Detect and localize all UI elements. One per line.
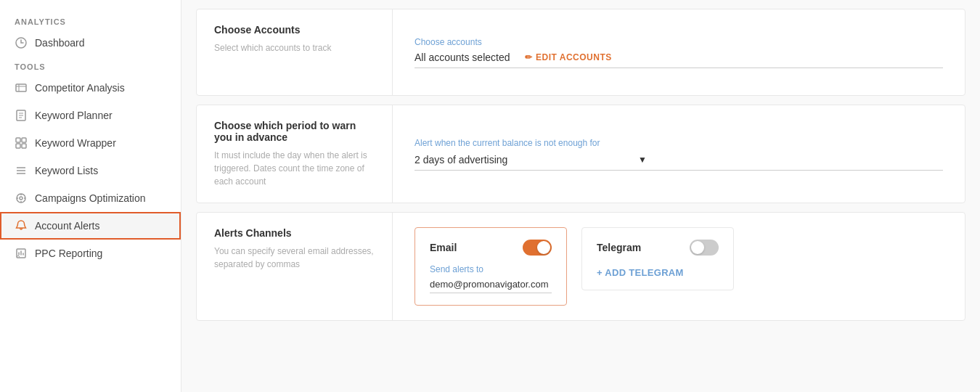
- alerts-channels-title: Alerts Channels: [214, 227, 375, 239]
- email-toggle[interactable]: [523, 240, 552, 256]
- sidebar-item-keyword-wrapper-label: Keyword Wrapper: [35, 137, 116, 149]
- keyword-lists-icon: [15, 164, 28, 177]
- keyword-wrapper-icon: [15, 136, 28, 150]
- choose-accounts-title: Choose Accounts: [214, 24, 375, 36]
- svg-rect-8: [16, 138, 20, 142]
- dashboard-icon: [15, 36, 28, 49]
- email-channel-header: Email: [430, 240, 552, 256]
- sidebar-item-ppc-reporting-label: PPC Reporting: [35, 248, 102, 259]
- svg-rect-11: [22, 144, 26, 148]
- alert-label: Alert when the current balance is not en…: [415, 138, 943, 148]
- keyword-planner-icon: [15, 109, 28, 122]
- send-alerts-label: Send alerts to: [430, 264, 552, 274]
- choose-accounts-section: Choose Accounts Select which accounts to…: [196, 9, 965, 96]
- accounts-label: Choose accounts: [415, 37, 943, 47]
- svg-rect-1: [16, 84, 26, 91]
- period-select[interactable]: 1 day of advertising 2 days of advertisi…: [415, 154, 632, 166]
- email-channel-name: Email: [430, 242, 457, 253]
- analytics-section-title: ANALYTICS: [0, 12, 181, 29]
- sidebar-item-dashboard[interactable]: Dashboard: [0, 29, 181, 57]
- choose-period-title: Choose which period to warn you in advan…: [214, 120, 375, 143]
- sidebar-item-competitor-analysis-label: Competitor Analysis: [35, 82, 125, 94]
- telegram-channel-box: Telegram + ADD TELEGRAM: [581, 227, 734, 290]
- accounts-value: All accounts selected: [415, 52, 510, 63]
- sidebar-item-keyword-planner[interactable]: Keyword Planner: [0, 102, 181, 129]
- choose-period-left: Choose which period to warn you in advan…: [197, 105, 393, 203]
- accounts-row: All accounts selected ✏ EDIT ACCOUNTS: [415, 52, 943, 68]
- tools-section-title: TOOLS: [0, 57, 181, 74]
- sidebar-item-keyword-wrapper[interactable]: Keyword Wrapper: [0, 129, 181, 157]
- edit-pencil-icon: ✏: [525, 52, 533, 62]
- telegram-toggle-knob: [691, 241, 704, 254]
- ppc-reporting-icon: [15, 247, 28, 260]
- svg-rect-9: [22, 138, 26, 142]
- edit-accounts-button[interactable]: ✏ EDIT ACCOUNTS: [525, 52, 612, 62]
- choose-period-section: Choose which period to warn you in advan…: [196, 105, 965, 203]
- alerts-channels-section: Alerts Channels You can specify several …: [196, 212, 965, 321]
- edit-accounts-label: EDIT ACCOUNTS: [536, 52, 612, 62]
- sidebar-item-account-alerts-label: Account Alerts: [35, 220, 100, 232]
- account-alerts-icon: [15, 219, 28, 232]
- svg-rect-10: [16, 144, 20, 148]
- choose-period-right: Alert when the current balance is not en…: [393, 105, 965, 203]
- main-content: Choose Accounts Select which accounts to…: [181, 0, 980, 392]
- sidebar-item-campaigns-optimization-label: Campaigns Optimization: [35, 192, 146, 204]
- alerts-channels-left: Alerts Channels You can specify several …: [197, 213, 393, 320]
- sidebar-item-keyword-lists[interactable]: Keyword Lists: [0, 157, 181, 184]
- choose-accounts-left: Choose Accounts Select which accounts to…: [197, 9, 393, 95]
- competitor-analysis-icon: [15, 81, 28, 94]
- email-channel-box: Email Send alerts to demo@promonavigator…: [415, 227, 567, 306]
- add-telegram-button[interactable]: + ADD TELEGRAM: [597, 267, 684, 278]
- choose-accounts-desc: Select which accounts to track: [214, 41, 375, 54]
- alerts-channels-desc: You can specify several email addresses,…: [214, 245, 375, 271]
- choose-period-desc: It must include the day when the alert i…: [214, 149, 375, 188]
- sidebar-item-keyword-lists-label: Keyword Lists: [35, 165, 98, 176]
- sidebar-item-campaigns-optimization[interactable]: Campaigns Optimization: [0, 184, 181, 212]
- sidebar-item-dashboard-label: Dashboard: [35, 37, 85, 49]
- choose-accounts-right: Choose accounts All accounts selected ✏ …: [393, 9, 965, 95]
- period-dropdown-arrow-icon: ▼: [638, 155, 647, 165]
- email-toggle-knob: [537, 241, 550, 254]
- alerts-channels-right: Email Send alerts to demo@promonavigator…: [393, 213, 756, 320]
- campaigns-optimization-icon: [15, 192, 28, 205]
- period-select-row: 1 day of advertising 2 days of advertisi…: [415, 154, 943, 171]
- sidebar-item-ppc-reporting[interactable]: PPC Reporting: [0, 240, 181, 267]
- svg-point-16: [20, 197, 23, 200]
- send-alerts-email[interactable]: demo@promonavigator.com: [430, 279, 552, 293]
- telegram-toggle[interactable]: [690, 240, 719, 256]
- sidebar-item-keyword-planner-label: Keyword Planner: [35, 110, 113, 121]
- sidebar-item-competitor-analysis[interactable]: Competitor Analysis: [0, 74, 181, 102]
- telegram-channel-header: Telegram: [597, 240, 719, 256]
- sidebar-item-account-alerts[interactable]: Account Alerts: [0, 212, 181, 240]
- sidebar: ANALYTICS Dashboard TOOLS Competitor Ana…: [0, 0, 181, 392]
- telegram-channel-name: Telegram: [597, 242, 641, 253]
